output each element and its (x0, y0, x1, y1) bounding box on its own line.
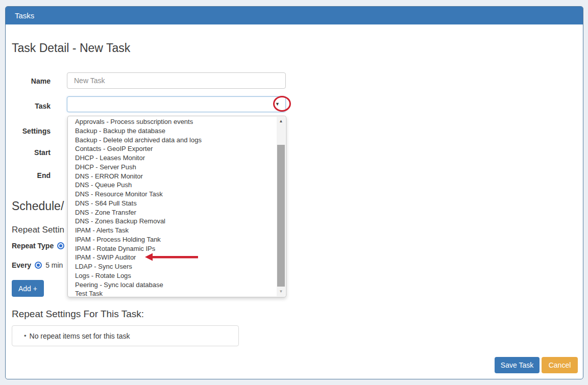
every-label: Every (12, 261, 31, 269)
repeat-type-label: Repeat Type (12, 242, 54, 250)
dropdown-option[interactable]: Backup - Delete old archived data and lo… (68, 136, 275, 145)
dropdown-option[interactable]: DNS - Zones Backup Removal (68, 217, 275, 226)
dropdown-option[interactable]: DNS - Resource Monitor Task (68, 190, 275, 199)
dropdown-option[interactable]: Backup - Backup the database (68, 126, 275, 136)
dropdown-option[interactable]: Approvals - Process subscription events (68, 117, 275, 126)
start-label: Start (6, 148, 51, 157)
empty-message: No repeat items set for this task (30, 332, 130, 340)
every-row: Every 5 min (12, 261, 63, 269)
dropdown-option[interactable]: IPAM - Process Holding Tank (68, 235, 275, 244)
dropdown-scrollbar[interactable]: ▲ ▼ (277, 117, 285, 296)
dropdown-option[interactable]: IPAM - Alerts Task (68, 226, 275, 235)
panel-title: Tasks (6, 7, 583, 24)
dropdown-option[interactable]: Contacts - GeoIP Exporter (68, 144, 275, 153)
annotation-arrow (144, 252, 199, 262)
annotation-circle (273, 96, 291, 112)
save-task-button[interactable]: Save Task (495, 357, 540, 373)
cancel-button[interactable]: Cancel (542, 357, 578, 373)
task-label: Task (6, 102, 51, 110)
dropdown-option[interactable]: Logs - Rotate Logs (68, 271, 275, 280)
task-select[interactable]: ▼ (67, 96, 286, 112)
bullet-icon: • (24, 332, 27, 340)
end-label: End (6, 171, 51, 179)
name-label: Name (6, 77, 51, 85)
dropdown-option[interactable]: Peering - Sync local database (68, 280, 275, 290)
add-button[interactable]: Add + (12, 280, 44, 297)
dropdown-option[interactable]: DHCP - Leases Monitor (68, 153, 275, 163)
scrollbar-thumb[interactable] (277, 145, 285, 287)
every-5min-radio[interactable] (35, 262, 42, 269)
dropdown-option[interactable]: DNS - ERROR Monitor (68, 172, 275, 181)
task-dropdown-list: Approvals - Process subscription events … (67, 116, 286, 297)
repeat-type-row: Repeat Type (12, 242, 64, 250)
dropdown-option[interactable]: LDAP - Sync Users (68, 262, 275, 271)
dropdown-option[interactable]: DNS - S64 Pull Stats (68, 199, 275, 208)
repeat-settings-subheading: Repeat Settin (12, 225, 64, 235)
name-input[interactable] (67, 72, 286, 89)
dropdown-option[interactable]: DNS - Zone Transfer (68, 208, 275, 217)
repeat-type-radio[interactable] (57, 242, 64, 249)
dropdown-option[interactable]: DNS - Queue Push (68, 181, 275, 190)
dropdown-option[interactable]: Test Task (68, 289, 275, 298)
tasks-panel: Tasks Task Detail - New Task Name Task ▼… (5, 6, 583, 379)
scroll-down-icon[interactable]: ▼ (277, 287, 285, 296)
settings-label: Settings (6, 127, 51, 135)
schedule-heading: Schedule/ (12, 199, 64, 213)
every-value: 5 min (45, 261, 63, 269)
repeat-summary-heading: Repeat Settings For This Task: (12, 309, 144, 320)
scroll-up-icon[interactable]: ▲ (277, 117, 285, 126)
repeat-items-box: • No repeat items set for this task (12, 325, 239, 346)
dropdown-option[interactable]: DHCP - Server Push (68, 163, 275, 172)
page-title: Task Detail - New Task (12, 41, 130, 55)
dropdown-option[interactable]: IPAM - Rotate Dynamic IPs (68, 244, 275, 253)
